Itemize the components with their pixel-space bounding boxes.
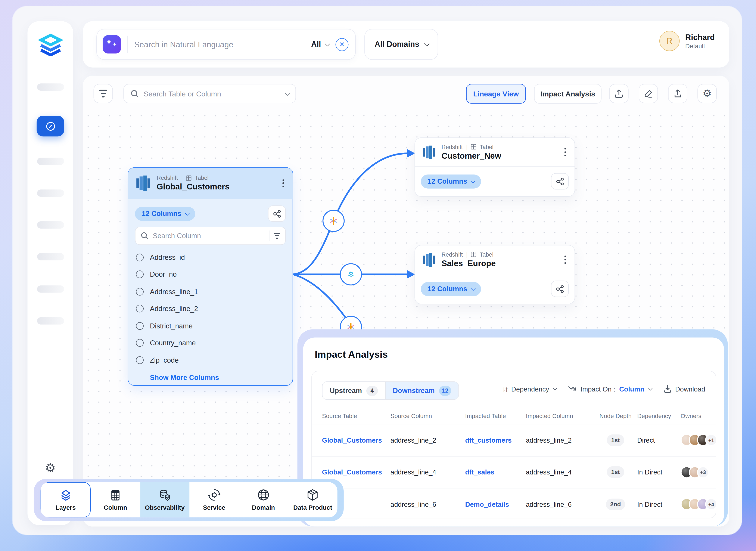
column-list-item[interactable]: Address_line_1 — [136, 283, 286, 300]
column-radio[interactable] — [136, 271, 144, 279]
sidebar-skeleton-item — [37, 157, 64, 165]
table-header-cell: Source Column — [391, 413, 465, 419]
node-depth-badge: 2nd — [606, 498, 625, 510]
column-list-item[interactable]: District_name — [136, 317, 286, 335]
column-radio[interactable] — [136, 339, 144, 347]
tab-upstream[interactable]: Upstream 4 — [323, 382, 385, 399]
sort-dependency-dropdown[interactable]: ↓↑ Dependency — [502, 385, 556, 393]
download-button[interactable]: Download — [664, 385, 705, 393]
column-filter-icon[interactable] — [274, 232, 280, 239]
edit-button[interactable] — [639, 84, 658, 103]
source-table-link[interactable]: Global_Customers — [312, 468, 391, 476]
dock-item-domain[interactable]: Domain — [239, 482, 288, 517]
ai-search-placeholder[interactable]: Search in Natural Language — [134, 40, 311, 49]
lineage-branch-icon — [556, 285, 564, 293]
settings-button[interactable]: ⚙ — [697, 84, 717, 103]
dependency-cell: Direct — [637, 436, 681, 444]
avatar: R — [659, 31, 679, 51]
clear-search-icon[interactable]: ✕ — [336, 38, 349, 51]
column-name: District_name — [150, 322, 193, 330]
table-row[interactable]: Global_Customersaddress_line_2dft_custom… — [312, 424, 716, 456]
dock-item-label: Service — [203, 504, 225, 511]
redshift-icon — [135, 174, 151, 192]
column-radio[interactable] — [136, 288, 144, 296]
show-more-columns-link[interactable]: Show More Columns — [128, 369, 293, 381]
source-table-link[interactable]: Global_Customers — [312, 436, 391, 444]
column-list-item[interactable]: Door_no — [136, 266, 286, 283]
table-header-cell: Impacted Table — [465, 413, 526, 419]
impacted-table-link[interactable]: dft_sales — [465, 468, 526, 476]
expand-lineage-button[interactable] — [551, 281, 569, 297]
filter-button[interactable] — [93, 84, 113, 103]
node-menu-icon[interactable] — [280, 177, 286, 189]
column-list-item[interactable]: Address_id — [136, 249, 286, 266]
column-list-item[interactable]: Zip_code — [136, 352, 286, 369]
table-row[interactable]: Global_Customersaddress_line_4dft_salesa… — [312, 456, 716, 488]
table-node-customer-new[interactable]: Redshift| Tabel Customer_New 12 Columns — [414, 137, 575, 197]
impact-on-dropdown[interactable]: Impact On : Column — [568, 385, 651, 393]
lineage-canvas[interactable]: ❄ Sear — [83, 76, 729, 527]
column-radio[interactable] — [136, 253, 144, 261]
impact-analysis-button[interactable]: Impact Analysis — [534, 84, 602, 103]
column-radio[interactable] — [136, 322, 144, 330]
columns-count-pill[interactable]: 12 Columns — [421, 282, 481, 296]
impact-table-container: Upstream 4 Downstream 12 ↓↑ Depend — [311, 371, 716, 518]
app-stage: ⚙ ✦✦ Search in Natural Language All ✕ Al… — [0, 0, 756, 551]
gear-icon: ⚙ — [703, 88, 712, 99]
owners-cell: +1 — [681, 434, 716, 446]
search-table-input[interactable]: Search Table or Column — [123, 84, 296, 103]
column-search-input[interactable]: Search Column — [135, 227, 286, 245]
divider — [127, 36, 127, 53]
domain-icon — [257, 488, 270, 501]
chevron-down-icon — [325, 41, 330, 47]
impact-analysis-panel-wrapper: Impact Analysis Upstream 4 Downstream 12 — [297, 329, 728, 526]
column-radio[interactable] — [136, 305, 144, 313]
expand-lineage-button[interactable] — [551, 173, 569, 190]
impacted-table-link[interactable]: dft_customers — [465, 436, 526, 444]
column-icon — [109, 488, 122, 501]
sidebar-settings-icon[interactable]: ⚙ — [28, 461, 73, 475]
owners-more-badge[interactable]: +3 — [697, 466, 709, 478]
export-button[interactable] — [609, 84, 628, 103]
table-header-cell: Source Table — [312, 413, 391, 419]
column-list-item[interactable]: Address_line_2 — [136, 300, 286, 317]
node-depth-badge: 1st — [607, 466, 624, 478]
expand-lineage-button[interactable] — [268, 205, 286, 222]
all-domains-dropdown[interactable]: All Domains — [364, 29, 438, 60]
sidebar-skeleton-item — [37, 317, 64, 325]
dock-item-observability[interactable]: Observability — [140, 482, 189, 517]
dock-item-data-product[interactable]: Data Product — [288, 482, 337, 517]
node-menu-icon[interactable] — [562, 146, 568, 158]
column-list-item[interactable]: Country_name — [136, 335, 286, 352]
node-menu-icon[interactable] — [562, 253, 568, 265]
owners-more-badge[interactable]: +4 — [705, 498, 716, 510]
pipeline-node[interactable] — [323, 210, 345, 232]
pipeline-node[interactable]: ❄ — [340, 263, 362, 286]
ai-scope-dropdown[interactable]: All — [311, 40, 329, 49]
column-radio[interactable] — [136, 356, 144, 364]
columns-count-pill[interactable]: 12 Columns — [421, 174, 481, 188]
table-row[interactable]: address_line_6Demo_detailsaddress_line_6… — [312, 488, 716, 518]
edit-icon — [644, 89, 653, 98]
table-node-sales-europe[interactable]: Redshift| Tabel Sales_Europe 12 Columns — [414, 245, 575, 304]
share-button[interactable] — [668, 84, 687, 103]
app-window: ⚙ ✦✦ Search in Natural Language All ✕ Al… — [13, 6, 742, 535]
user-name: Richard — [685, 32, 715, 43]
dock-item-service[interactable]: Service — [189, 482, 239, 517]
table-node-global-customers[interactable]: Redshift| Tabel Global_Customers 12 Colu… — [128, 167, 293, 386]
dock-item-column[interactable]: Column — [91, 482, 140, 517]
chevron-down-icon — [553, 386, 557, 390]
dock-item-layers[interactable]: Layers — [40, 482, 91, 517]
node-title: Sales_Europe — [442, 259, 496, 268]
natural-language-search[interactable]: ✦✦ Search in Natural Language All ✕ — [96, 29, 356, 60]
sidebar-item-explore-active[interactable] — [37, 116, 64, 136]
owners-more-badge[interactable]: +1 — [705, 434, 716, 446]
impacted-table-link[interactable]: Demo_details — [465, 500, 526, 508]
user-profile[interactable]: R Richard Default — [659, 31, 715, 51]
node-header: Redshift| Tabel Global_Customers — [128, 168, 293, 199]
lineage-view-button[interactable]: Lineage View — [466, 84, 526, 103]
node-depth-cell: 2nd — [594, 498, 637, 510]
columns-count-pill[interactable]: 12 Columns — [135, 206, 195, 220]
sidebar-skeleton-item — [37, 221, 64, 228]
tab-downstream[interactable]: Downstream 12 — [385, 382, 459, 399]
